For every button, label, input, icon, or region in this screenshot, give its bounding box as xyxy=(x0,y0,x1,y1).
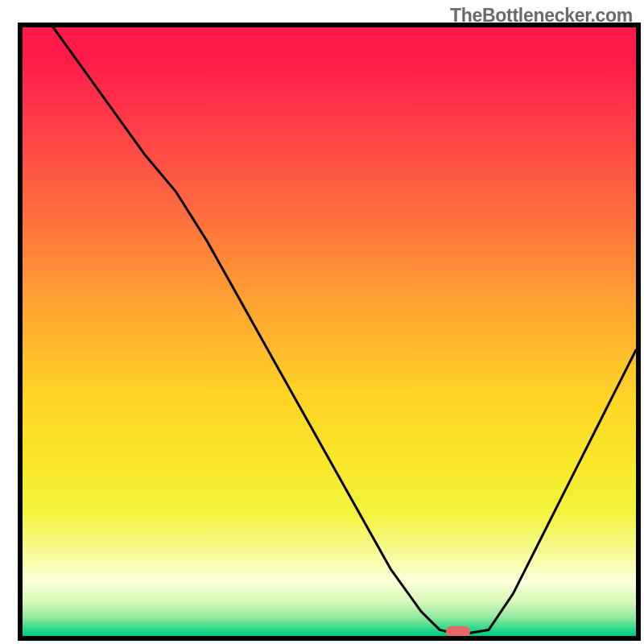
optimal-marker xyxy=(446,626,470,638)
svg-rect-3 xyxy=(18,23,23,641)
watermark-text: TheBottlenecker.com xyxy=(450,5,633,27)
chart-container: TheBottlenecker.com xyxy=(0,0,644,644)
svg-rect-5 xyxy=(18,636,641,641)
svg-rect-6 xyxy=(636,23,641,641)
bottleneck-chart xyxy=(0,0,644,644)
